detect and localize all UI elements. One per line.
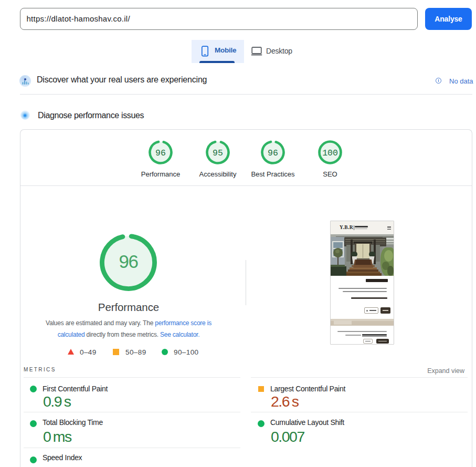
svg-text:96: 96	[155, 148, 166, 158]
svg-text:100: 100	[322, 148, 338, 158]
svg-text:95: 95	[213, 148, 223, 158]
svg-text:96: 96	[119, 251, 138, 272]
svg-text:96: 96	[268, 148, 278, 158]
